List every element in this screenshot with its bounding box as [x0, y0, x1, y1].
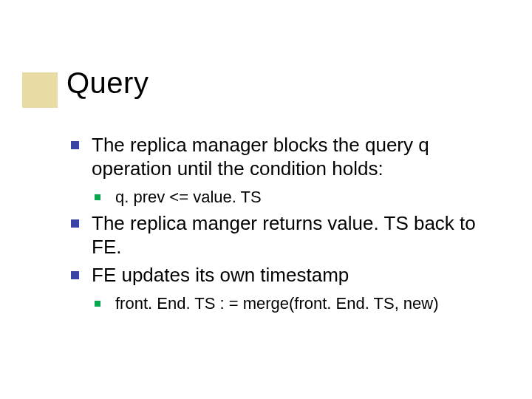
bullet-level2: q. prev <= value. TS: [71, 188, 485, 208]
bullet-level1: The replica manager blocks the query q o…: [71, 134, 485, 180]
slide-title: Query: [66, 66, 149, 100]
slide-body: The replica manager blocks the query q o…: [71, 129, 485, 318]
bullet-text: front. End. TS : = merge(front. End. TS,…: [115, 294, 439, 313]
slide: Query The replica manager blocks the que…: [0, 0, 532, 399]
square-bullet-icon: [95, 194, 100, 200]
bullet-text: FE updates its own timestamp: [92, 264, 349, 286]
square-bullet-icon: [71, 141, 79, 149]
bullet-level1: FE updates its own timestamp: [71, 264, 485, 287]
bullet-text: q. prev <= value. TS: [115, 188, 262, 206]
bullet-level2: front. End. TS : = merge(front. End. TS,…: [71, 294, 485, 314]
square-bullet-icon: [95, 301, 100, 307]
title-accent-box: [22, 72, 58, 108]
bullet-level1: The replica manger returns value. TS bac…: [71, 212, 485, 259]
bullet-text: The replica manager blocks the query q o…: [92, 134, 429, 180]
square-bullet-icon: [71, 271, 79, 279]
bullet-text: The replica manger returns value. TS bac…: [92, 212, 476, 258]
square-bullet-icon: [71, 219, 79, 228]
